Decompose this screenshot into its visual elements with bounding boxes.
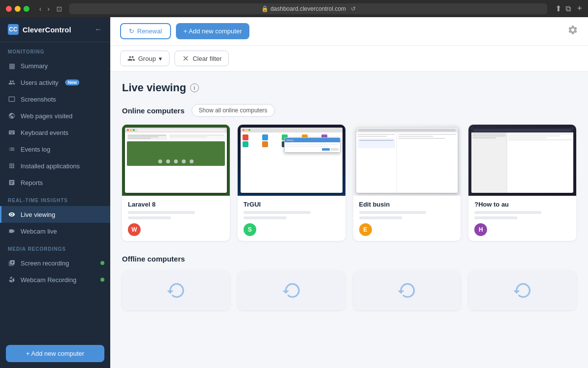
summary-icon: ▦	[8, 62, 16, 70]
keyboard-events-icon	[8, 129, 16, 136]
screenshots-icon	[8, 95, 16, 103]
webcam-recording-icon	[8, 276, 16, 284]
computer-card-trgui[interactable]: Settings	[238, 125, 345, 241]
live-viewing-icon	[8, 210, 16, 218]
sidebar-item-events-log[interactable]: Events log	[0, 141, 110, 158]
online-computers-grid: Laravel 8 W	[122, 125, 576, 241]
card-avatar: H	[474, 223, 487, 236]
online-section-title: Online computers	[122, 106, 185, 115]
logo-icon: CC	[8, 24, 19, 35]
new-tab-button[interactable]: +	[577, 3, 582, 14]
dot-green[interactable]	[24, 6, 29, 12]
page-title-text: Live viewing	[122, 81, 186, 94]
card-avatar: S	[244, 223, 256, 236]
sidebar-item-reports[interactable]: Reports	[0, 174, 110, 191]
computer-card-laravel8[interactable]: Laravel 8 W	[122, 125, 230, 241]
app-container: CC CleverControl ← MONITORING ▦ Summary …	[0, 17, 588, 368]
app-logo: CC CleverControl	[8, 24, 71, 35]
reports-icon	[8, 179, 16, 186]
sidebar-item-label: Live viewing	[21, 211, 55, 218]
offline-card-screen-2	[238, 271, 345, 310]
sidebar-item-label: Keyboard events	[21, 129, 69, 136]
filter-bar: Group ▾ Clear filter	[110, 46, 588, 72]
address-bar[interactable]: 🔒 dashboard.clevercontrol.com ↺	[69, 3, 547, 14]
card-info-line-short	[359, 216, 402, 219]
card-avatar: E	[359, 223, 372, 236]
sidebar-item-label: Users activity	[21, 79, 58, 86]
clear-filter-label: Clear filter	[193, 55, 221, 62]
computer-card-howto[interactable]: ?How to au H	[468, 125, 576, 241]
offline-section-title: Offline computers	[122, 255, 185, 263]
sidebar-item-summary[interactable]: ▦ Summary	[0, 57, 110, 74]
back-button[interactable]: ‹	[37, 4, 44, 14]
sidebar: CC CleverControl ← MONITORING ▦ Summary …	[0, 17, 110, 368]
sidebar-item-webcam-recording[interactable]: Webcam Recording	[0, 271, 110, 288]
new-window-button[interactable]: ⧉	[565, 4, 571, 13]
card-name: TrGUI	[244, 201, 340, 208]
sidebar-item-keyboard-events[interactable]: Keyboard events	[0, 124, 110, 141]
lock-icon: 🔒	[261, 5, 269, 12]
add-computer-sidebar-button[interactable]: + Add new computer	[6, 345, 104, 362]
offline-card-2[interactable]	[238, 271, 345, 310]
dot-yellow[interactable]	[15, 6, 21, 12]
offline-card-4[interactable]	[468, 271, 576, 310]
computer-card-edit-busin[interactable]: Edit busin E	[353, 125, 461, 241]
web-pages-icon	[8, 112, 16, 120]
media-section-label: MEDIA RECORDINGS	[0, 239, 110, 255]
url-text: dashboard.clevercontrol.com	[270, 5, 346, 12]
offline-card-screen-3	[353, 271, 461, 310]
show-all-online-button[interactable]: Show all online computers	[192, 104, 275, 117]
sidebar-item-label: Screenshots	[21, 96, 56, 103]
card-avatar: W	[128, 223, 141, 236]
group-filter-button[interactable]: Group ▾	[120, 51, 170, 66]
app-name: CleverControl	[23, 26, 71, 34]
webcam-recording-dot	[100, 278, 104, 282]
sidebar-item-users-activity[interactable]: Users activity New	[0, 74, 110, 91]
card-info-line	[244, 211, 311, 214]
card-info-line	[128, 211, 195, 214]
realtime-section-label: REAL-TIME INSIGHTS	[0, 191, 110, 206]
sidebar-item-installed-apps[interactable]: Installed applications	[0, 158, 110, 174]
dot-red[interactable]	[6, 6, 12, 12]
sidebar-item-label: Webcam Recording	[21, 276, 76, 284]
browser-dots	[6, 6, 29, 12]
sidebar-item-screenshots[interactable]: Screenshots	[0, 91, 110, 107]
offline-section-header: Offline computers	[122, 255, 576, 263]
offline-card-3[interactable]	[353, 271, 461, 310]
offline-card-1[interactable]	[122, 271, 230, 310]
share-button[interactable]: ⬆	[555, 4, 562, 13]
sidebar-item-label: Screen recording	[21, 260, 69, 267]
card-body-laravel8: Laravel 8 W	[122, 196, 230, 241]
users-activity-icon	[8, 79, 16, 86]
offline-section: Offline computers	[122, 255, 576, 310]
online-section-header: Online computers Show all online compute…	[122, 104, 576, 117]
renewal-button[interactable]: ↻ Renewal	[120, 23, 171, 39]
card-body-howto: ?How to au H	[468, 196, 576, 241]
card-info-line	[474, 211, 541, 214]
card-name: Laravel 8	[128, 201, 224, 208]
screenshot-edit-busin	[353, 125, 461, 196]
browser-actions: ⬆ ⧉	[555, 4, 571, 13]
page-content: Live viewing i Online computers Show all…	[110, 72, 588, 320]
page-title-area: Live viewing i	[122, 81, 576, 94]
sidebar-item-live-viewing[interactable]: Live viewing	[0, 206, 110, 223]
sidebar-toggle-button[interactable]: ⊡	[53, 4, 65, 14]
add-computer-button[interactable]: + Add new computer	[176, 23, 250, 39]
offline-computers-grid	[122, 271, 576, 310]
card-info-line-short	[244, 216, 287, 219]
events-log-icon	[8, 145, 16, 153]
sidebar-back-button[interactable]: ←	[95, 25, 102, 34]
sidebar-item-webcam-live[interactable]: Webcam live	[0, 223, 110, 239]
sidebar-item-web-pages[interactable]: Web pages visited	[0, 107, 110, 124]
forward-button[interactable]: ›	[46, 4, 52, 14]
info-icon[interactable]: i	[190, 83, 199, 92]
screenshot-trgui: Settings	[238, 125, 345, 196]
sidebar-item-label: Reports	[21, 179, 43, 186]
clear-filter-button[interactable]: Clear filter	[174, 51, 229, 66]
settings-button[interactable]	[567, 25, 578, 38]
screenshot-laravel8	[122, 125, 230, 196]
sidebar-item-screen-recording[interactable]: Screen recording	[0, 255, 110, 271]
new-badge: New	[65, 79, 79, 85]
sidebar-item-label: Webcam live	[21, 228, 57, 235]
toolbar: ↻ Renewal + Add new computer	[110, 17, 588, 46]
